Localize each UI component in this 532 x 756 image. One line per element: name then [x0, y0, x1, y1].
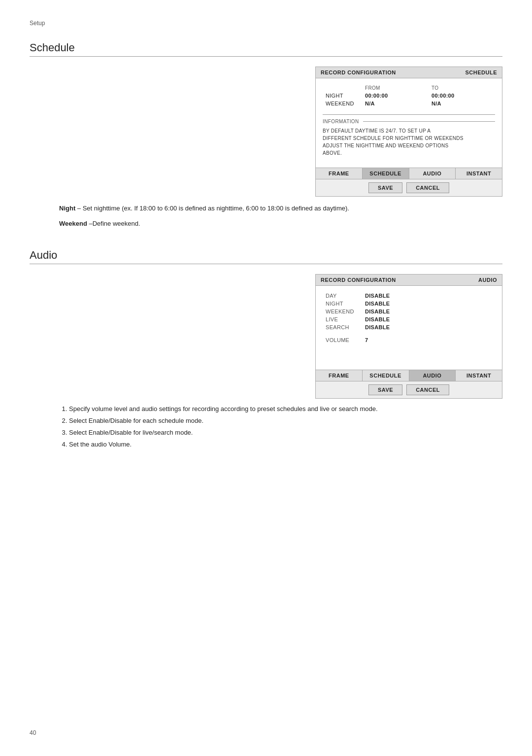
night-value: Disable: [362, 300, 495, 308]
weekend-to: N/A: [429, 100, 495, 107]
table-row: Day Disable: [323, 292, 495, 300]
night-desc-text: – Set nighttime (ex. If 18:00 to 6:00 is…: [75, 205, 349, 212]
weekend-desc-text: –Define weekend.: [87, 220, 140, 227]
weekend-from: N/A: [362, 100, 429, 107]
list-item: Select Enable/Disable for each schedule …: [69, 415, 502, 426]
audio-panel-header: Record Configuration Audio: [316, 275, 502, 286]
volume-label: Volume: [323, 336, 362, 344]
schedule-table: FROM TO Night 00:00:00 00:00:00 Weekend …: [323, 84, 495, 107]
col-from: FROM: [362, 84, 429, 92]
info-text: BY DEFAULT DAYTIME IS 24/7. TO SET UP A …: [323, 127, 495, 157]
search-value: Disable: [362, 323, 495, 331]
audio-panel: Record Configuration Audio Day Disable N…: [315, 274, 502, 399]
schedule-cancel-button[interactable]: Cancel: [406, 182, 449, 193]
tab-frame[interactable]: Frame: [316, 168, 363, 179]
table-row: Weekend Disable: [323, 308, 495, 315]
tab-instant-audio[interactable]: Instant: [456, 370, 502, 381]
audio-section: Audio Record Configuration Audio Day Dis…: [30, 249, 502, 450]
audio-instructions: Specify volume level and audio settings …: [69, 404, 502, 450]
table-row: Search Disable: [323, 323, 495, 331]
audio-cancel-button[interactable]: Cancel: [406, 384, 449, 395]
schedule-panel-header-tab: Schedule: [465, 69, 497, 75]
info-line: [363, 121, 495, 122]
weekend-desc-bold: Weekend: [59, 220, 87, 227]
info-label-line: Information: [323, 119, 495, 124]
list-item: Select Enable/Disable for live/search mo…: [69, 427, 502, 438]
table-row: Night 00:00:00 00:00:00: [323, 92, 495, 100]
info-divider: [323, 114, 495, 115]
volume-value: 7: [362, 336, 495, 344]
night-label: Night: [323, 92, 362, 100]
schedule-panel-body: FROM TO Night 00:00:00 00:00:00 Weekend …: [316, 78, 502, 168]
list-item: Specify volume level and audio settings …: [69, 404, 502, 414]
weekend-description: Weekend –Define weekend.: [59, 219, 502, 229]
breadcrumb: Setup: [30, 20, 502, 27]
audio-panel-tabs: Frame Schedule Audio Instant: [316, 370, 502, 381]
tab-schedule-audio[interactable]: Schedule: [363, 370, 409, 381]
page-number: 40: [30, 729, 36, 736]
night-to: 00:00:00: [429, 92, 495, 100]
table-row: Night Disable: [323, 300, 495, 308]
search-label: Search: [323, 323, 362, 331]
schedule-panel: Record Configuration Schedule FROM TO: [315, 67, 502, 197]
table-row: Live Disable: [323, 315, 495, 323]
audio-title: Audio: [30, 249, 502, 264]
list-item: Set the audio Volume.: [69, 439, 502, 450]
day-value: Disable: [362, 292, 495, 300]
audio-save-button[interactable]: Save: [368, 384, 402, 395]
schedule-title: Schedule: [30, 41, 502, 57]
schedule-panel-tabs: Frame Schedule Audio Instant: [316, 168, 502, 179]
schedule-section: Schedule Record Configuration Schedule F…: [30, 41, 502, 229]
table-row: Weekend N/A N/A: [323, 100, 495, 107]
live-value: Disable: [362, 315, 495, 323]
schedule-save-button[interactable]: Save: [368, 182, 402, 193]
tab-instant[interactable]: Instant: [456, 168, 502, 179]
weekend-label: Weekend: [323, 308, 362, 315]
night-label: Night: [323, 300, 362, 308]
table-row: Volume 7: [323, 336, 495, 344]
weekend-label: Weekend: [323, 100, 362, 107]
audio-panel-actions: Save Cancel: [316, 381, 502, 398]
weekend-value: Disable: [362, 308, 495, 315]
info-label: Information: [323, 119, 359, 124]
audio-panel-body: Day Disable Night Disable Weekend Disabl…: [316, 286, 502, 370]
col-to: TO: [429, 84, 495, 92]
tab-frame-audio[interactable]: Frame: [316, 370, 363, 381]
tab-schedule[interactable]: Schedule: [363, 168, 409, 179]
live-label: Live: [323, 315, 362, 323]
night-description: Night – Set nighttime (ex. If 18:00 to 6…: [59, 204, 502, 214]
schedule-panel-header: Record Configuration Schedule: [316, 67, 502, 78]
audio-table: Day Disable Night Disable Weekend Disabl…: [323, 292, 495, 331]
audio-panel-header-tab: Audio: [478, 277, 497, 283]
tab-audio[interactable]: Audio: [409, 168, 456, 179]
schedule-panel-actions: Save Cancel: [316, 179, 502, 196]
audio-panel-header-title: Record Configuration: [321, 277, 396, 283]
schedule-panel-header-title: Record Configuration: [321, 69, 396, 75]
night-desc-bold: Night: [59, 205, 75, 212]
tab-audio-audio[interactable]: Audio: [409, 370, 456, 381]
day-label: Day: [323, 292, 362, 300]
volume-table: Volume 7: [323, 336, 495, 344]
night-from: 00:00:00: [362, 92, 429, 100]
